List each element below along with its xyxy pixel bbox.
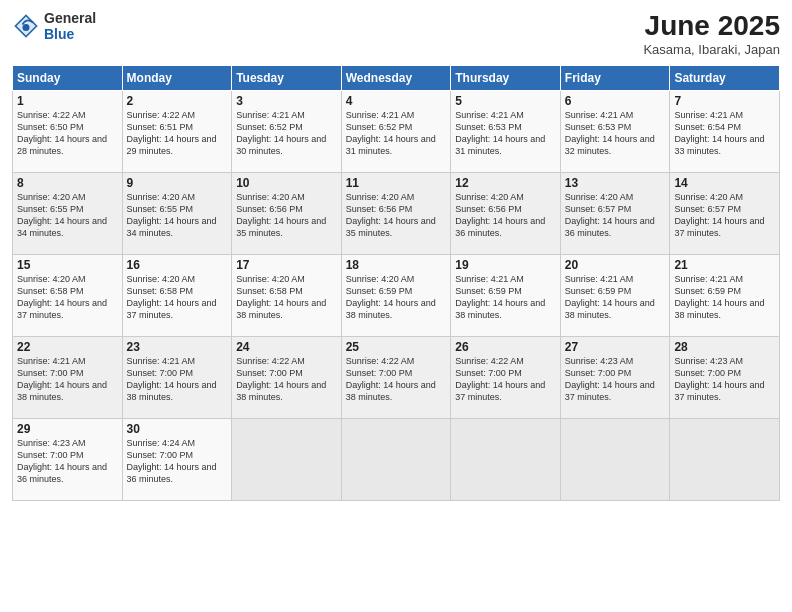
day-number: 30 bbox=[127, 422, 228, 436]
calendar-day-cell: 14Sunrise: 4:20 AMSunset: 6:57 PMDayligh… bbox=[670, 173, 780, 255]
calendar-day-cell: 22Sunrise: 4:21 AMSunset: 7:00 PMDayligh… bbox=[13, 337, 123, 419]
calendar-day-cell: 17Sunrise: 4:20 AMSunset: 6:58 PMDayligh… bbox=[232, 255, 342, 337]
day-info: Sunrise: 4:23 AMSunset: 7:00 PMDaylight:… bbox=[674, 355, 775, 404]
day-info: Sunrise: 4:21 AMSunset: 7:00 PMDaylight:… bbox=[17, 355, 118, 404]
day-number: 18 bbox=[346, 258, 447, 272]
day-number: 19 bbox=[455, 258, 556, 272]
day-number: 5 bbox=[455, 94, 556, 108]
title-block: June 2025 Kasama, Ibaraki, Japan bbox=[643, 10, 780, 57]
day-number: 14 bbox=[674, 176, 775, 190]
day-number: 7 bbox=[674, 94, 775, 108]
calendar-day-cell: 10Sunrise: 4:20 AMSunset: 6:56 PMDayligh… bbox=[232, 173, 342, 255]
day-info: Sunrise: 4:21 AMSunset: 6:59 PMDaylight:… bbox=[565, 273, 666, 322]
day-info: Sunrise: 4:23 AMSunset: 7:00 PMDaylight:… bbox=[565, 355, 666, 404]
calendar-day-cell: 16Sunrise: 4:20 AMSunset: 6:58 PMDayligh… bbox=[122, 255, 232, 337]
calendar-day-cell: 25Sunrise: 4:22 AMSunset: 7:00 PMDayligh… bbox=[341, 337, 451, 419]
day-info: Sunrise: 4:21 AMSunset: 6:53 PMDaylight:… bbox=[455, 109, 556, 158]
day-info: Sunrise: 4:20 AMSunset: 6:58 PMDaylight:… bbox=[127, 273, 228, 322]
day-number: 25 bbox=[346, 340, 447, 354]
calendar-container: General Blue June 2025 Kasama, Ibaraki, … bbox=[0, 0, 792, 511]
day-info: Sunrise: 4:21 AMSunset: 6:52 PMDaylight:… bbox=[236, 109, 337, 158]
calendar-day-cell bbox=[341, 419, 451, 501]
day-number: 12 bbox=[455, 176, 556, 190]
header-tuesday: Tuesday bbox=[232, 66, 342, 91]
day-number: 16 bbox=[127, 258, 228, 272]
calendar-day-cell: 12Sunrise: 4:20 AMSunset: 6:56 PMDayligh… bbox=[451, 173, 561, 255]
header-sunday: Sunday bbox=[13, 66, 123, 91]
calendar-day-cell: 27Sunrise: 4:23 AMSunset: 7:00 PMDayligh… bbox=[560, 337, 670, 419]
header: General Blue June 2025 Kasama, Ibaraki, … bbox=[12, 10, 780, 57]
calendar-day-cell: 7Sunrise: 4:21 AMSunset: 6:54 PMDaylight… bbox=[670, 91, 780, 173]
svg-point-2 bbox=[23, 24, 30, 31]
day-number: 2 bbox=[127, 94, 228, 108]
day-info: Sunrise: 4:20 AMSunset: 6:57 PMDaylight:… bbox=[674, 191, 775, 240]
logo-blue: Blue bbox=[44, 26, 96, 42]
calendar-day-cell bbox=[670, 419, 780, 501]
day-info: Sunrise: 4:20 AMSunset: 6:56 PMDaylight:… bbox=[455, 191, 556, 240]
day-number: 9 bbox=[127, 176, 228, 190]
logo: General Blue bbox=[12, 10, 96, 42]
day-info: Sunrise: 4:20 AMSunset: 6:56 PMDaylight:… bbox=[236, 191, 337, 240]
calendar-day-cell: 23Sunrise: 4:21 AMSunset: 7:00 PMDayligh… bbox=[122, 337, 232, 419]
calendar-day-cell: 26Sunrise: 4:22 AMSunset: 7:00 PMDayligh… bbox=[451, 337, 561, 419]
calendar-day-cell: 15Sunrise: 4:20 AMSunset: 6:58 PMDayligh… bbox=[13, 255, 123, 337]
calendar-day-cell: 28Sunrise: 4:23 AMSunset: 7:00 PMDayligh… bbox=[670, 337, 780, 419]
day-info: Sunrise: 4:24 AMSunset: 7:00 PMDaylight:… bbox=[127, 437, 228, 486]
day-info: Sunrise: 4:21 AMSunset: 6:59 PMDaylight:… bbox=[455, 273, 556, 322]
calendar-day-cell bbox=[560, 419, 670, 501]
day-number: 26 bbox=[455, 340, 556, 354]
day-info: Sunrise: 4:23 AMSunset: 7:00 PMDaylight:… bbox=[17, 437, 118, 486]
weekday-header-row: Sunday Monday Tuesday Wednesday Thursday… bbox=[13, 66, 780, 91]
day-info: Sunrise: 4:20 AMSunset: 6:55 PMDaylight:… bbox=[17, 191, 118, 240]
day-info: Sunrise: 4:22 AMSunset: 6:51 PMDaylight:… bbox=[127, 109, 228, 158]
calendar-day-cell: 1Sunrise: 4:22 AMSunset: 6:50 PMDaylight… bbox=[13, 91, 123, 173]
calendar-week-row: 29Sunrise: 4:23 AMSunset: 7:00 PMDayligh… bbox=[13, 419, 780, 501]
day-number: 24 bbox=[236, 340, 337, 354]
day-info: Sunrise: 4:22 AMSunset: 7:00 PMDaylight:… bbox=[455, 355, 556, 404]
day-info: Sunrise: 4:20 AMSunset: 6:59 PMDaylight:… bbox=[346, 273, 447, 322]
day-info: Sunrise: 4:21 AMSunset: 6:53 PMDaylight:… bbox=[565, 109, 666, 158]
day-info: Sunrise: 4:21 AMSunset: 6:52 PMDaylight:… bbox=[346, 109, 447, 158]
calendar-week-row: 22Sunrise: 4:21 AMSunset: 7:00 PMDayligh… bbox=[13, 337, 780, 419]
calendar-day-cell: 6Sunrise: 4:21 AMSunset: 6:53 PMDaylight… bbox=[560, 91, 670, 173]
calendar-day-cell: 21Sunrise: 4:21 AMSunset: 6:59 PMDayligh… bbox=[670, 255, 780, 337]
day-number: 1 bbox=[17, 94, 118, 108]
calendar-day-cell: 18Sunrise: 4:20 AMSunset: 6:59 PMDayligh… bbox=[341, 255, 451, 337]
calendar-week-row: 1Sunrise: 4:22 AMSunset: 6:50 PMDaylight… bbox=[13, 91, 780, 173]
day-info: Sunrise: 4:20 AMSunset: 6:58 PMDaylight:… bbox=[236, 273, 337, 322]
day-number: 8 bbox=[17, 176, 118, 190]
day-info: Sunrise: 4:21 AMSunset: 7:00 PMDaylight:… bbox=[127, 355, 228, 404]
day-info: Sunrise: 4:20 AMSunset: 6:58 PMDaylight:… bbox=[17, 273, 118, 322]
calendar-day-cell: 2Sunrise: 4:22 AMSunset: 6:51 PMDaylight… bbox=[122, 91, 232, 173]
day-number: 11 bbox=[346, 176, 447, 190]
calendar-day-cell: 11Sunrise: 4:20 AMSunset: 6:56 PMDayligh… bbox=[341, 173, 451, 255]
calendar-day-cell: 13Sunrise: 4:20 AMSunset: 6:57 PMDayligh… bbox=[560, 173, 670, 255]
day-number: 22 bbox=[17, 340, 118, 354]
day-number: 20 bbox=[565, 258, 666, 272]
day-info: Sunrise: 4:22 AMSunset: 6:50 PMDaylight:… bbox=[17, 109, 118, 158]
header-monday: Monday bbox=[122, 66, 232, 91]
logo-icon bbox=[12, 12, 40, 40]
day-number: 3 bbox=[236, 94, 337, 108]
calendar-table: Sunday Monday Tuesday Wednesday Thursday… bbox=[12, 65, 780, 501]
calendar-day-cell bbox=[232, 419, 342, 501]
day-number: 27 bbox=[565, 340, 666, 354]
day-number: 4 bbox=[346, 94, 447, 108]
calendar-day-cell: 3Sunrise: 4:21 AMSunset: 6:52 PMDaylight… bbox=[232, 91, 342, 173]
day-number: 15 bbox=[17, 258, 118, 272]
day-info: Sunrise: 4:22 AMSunset: 7:00 PMDaylight:… bbox=[236, 355, 337, 404]
day-info: Sunrise: 4:20 AMSunset: 6:55 PMDaylight:… bbox=[127, 191, 228, 240]
calendar-day-cell: 5Sunrise: 4:21 AMSunset: 6:53 PMDaylight… bbox=[451, 91, 561, 173]
calendar-week-row: 8Sunrise: 4:20 AMSunset: 6:55 PMDaylight… bbox=[13, 173, 780, 255]
day-info: Sunrise: 4:22 AMSunset: 7:00 PMDaylight:… bbox=[346, 355, 447, 404]
day-info: Sunrise: 4:21 AMSunset: 6:59 PMDaylight:… bbox=[674, 273, 775, 322]
calendar-title: June 2025 bbox=[643, 10, 780, 42]
calendar-day-cell: 24Sunrise: 4:22 AMSunset: 7:00 PMDayligh… bbox=[232, 337, 342, 419]
logo-text: General Blue bbox=[44, 10, 96, 42]
day-number: 21 bbox=[674, 258, 775, 272]
calendar-day-cell bbox=[451, 419, 561, 501]
calendar-day-cell: 29Sunrise: 4:23 AMSunset: 7:00 PMDayligh… bbox=[13, 419, 123, 501]
calendar-day-cell: 19Sunrise: 4:21 AMSunset: 6:59 PMDayligh… bbox=[451, 255, 561, 337]
day-number: 10 bbox=[236, 176, 337, 190]
day-number: 17 bbox=[236, 258, 337, 272]
